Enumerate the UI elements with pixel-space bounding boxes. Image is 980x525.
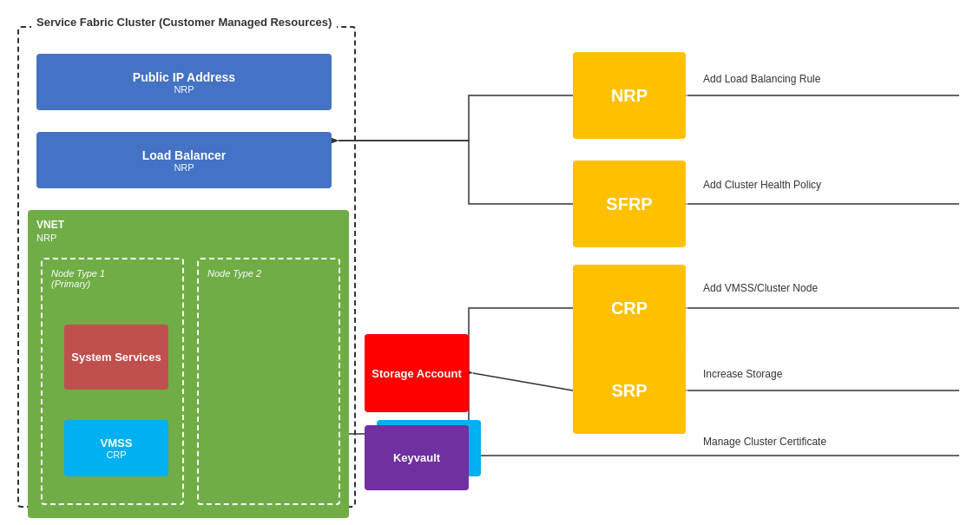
- svg-line-5: [473, 373, 573, 390]
- node-type-1: Node Type 1(Primary) System Services VMS…: [41, 258, 184, 505]
- srp-title: SRP: [611, 381, 647, 401]
- vnet-sub: NRP: [36, 233, 340, 243]
- system-services-box: System Services: [64, 325, 168, 390]
- vmss1-sub: CRP: [106, 450, 126, 460]
- nrp-box: NRP: [573, 52, 686, 139]
- public-ip-box: Public IP Address NRP: [36, 54, 332, 110]
- outer-box: Service Fabric Cluster (Customer Managed…: [17, 26, 356, 508]
- manage-cluster-certificate-label: Manage Cluster Certificate: [703, 436, 826, 448]
- crp-title: CRP: [611, 299, 648, 318]
- keyvault-box: Keyvault: [365, 425, 469, 490]
- load-balancer-box: Load Balancer NRP: [36, 132, 332, 188]
- diagram-container: Service Fabric Cluster (Customer Managed…: [9, 9, 971, 516]
- lb-title: Load Balancer: [142, 148, 226, 162]
- node-type-2: Node Type 2 VMSS CRP: [197, 258, 340, 505]
- storage-account-box: Storage Account: [365, 334, 469, 412]
- vnet-title: VNET: [36, 219, 340, 231]
- vnet-box: VNET NRP Node Type 1(Primary) System Ser…: [28, 210, 349, 518]
- public-ip-title: Public IP Address: [133, 70, 235, 84]
- system-services-title: System Services: [71, 351, 161, 364]
- keyvault-title: Keyvault: [393, 451, 440, 464]
- storage-account-title: Storage Account: [372, 367, 462, 380]
- crp-box: CRP: [573, 265, 686, 351]
- srp-box: SRP: [573, 347, 686, 434]
- add-vmss-cluster-node-label: Add VMSS/Cluster Node: [703, 282, 818, 294]
- increase-storage-label: Increase Storage: [703, 368, 782, 380]
- vmss-crp-1-box: VMSS CRP: [64, 420, 168, 476]
- outer-box-title: Service Fabric Cluster (Customer Managed…: [31, 16, 337, 29]
- nrp-title: NRP: [611, 86, 648, 106]
- add-cluster-health-policy-label: Add Cluster Health Policy: [703, 179, 821, 191]
- vmss1-title: VMSS: [101, 436, 133, 450]
- public-ip-sub: NRP: [174, 84, 194, 95]
- node-type-2-label: Node Type 2: [207, 268, 261, 279]
- sfrp-box: SFRP: [573, 161, 686, 247]
- lb-sub: NRP: [174, 162, 194, 173]
- add-load-balancing-rule-label: Add Load Balancing Rule: [703, 73, 820, 85]
- sfrp-title: SFRP: [606, 194, 652, 214]
- node-type-1-label: Node Type 1(Primary): [51, 268, 105, 289]
